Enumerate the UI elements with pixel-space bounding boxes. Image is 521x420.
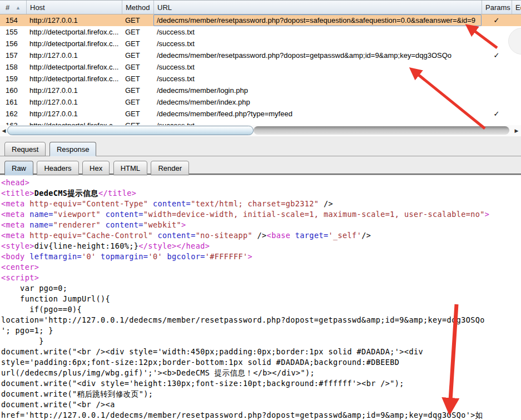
row-url-text: /success.txt — [153, 73, 482, 85]
row-method: GET — [122, 14, 153, 26]
row-url-text: /dedecms/member/index.php — [153, 96, 482, 108]
table-row[interactable]: 156http://detectportal.firefox.c...GET/s… — [0, 38, 521, 50]
row-host: http://detectportal.firefox.c... — [26, 26, 122, 38]
tab-response[interactable]: Response — [49, 142, 97, 156]
sort-ascending-icon: ▲ — [16, 5, 21, 11]
row-method: GET — [122, 50, 153, 61]
code-line: <body leftmargin='0' topmargin='0' bgcol… — [1, 252, 521, 263]
column-header-edited[interactable]: Edited — [512, 1, 521, 14]
scroll-right-arrow-icon[interactable]: ▶ — [513, 126, 520, 135]
table-row[interactable]: 155http://detectportal.firefox.c...GET/s… — [0, 26, 521, 38]
tab-html[interactable]: HTML — [113, 161, 147, 175]
message-tabs: Request Response — [0, 141, 521, 156]
row-number: 155 — [0, 26, 26, 38]
code-line: var pgo=0; — [1, 284, 521, 294]
column-header-number[interactable]: # ▲ — [0, 1, 26, 14]
tab-raw[interactable]: Raw — [4, 161, 33, 175]
row-url-text: /success.txt — [153, 61, 482, 73]
row-url-text: /dedecms/member/feed.php?type=myfeed — [153, 108, 482, 120]
table-row[interactable]: 158http://detectportal.firefox.c...GET/s… — [0, 61, 521, 73]
tab-hex[interactable]: Hex — [82, 161, 110, 175]
code-line: <script> — [1, 273, 521, 284]
row-url: /dedecms/member/feed.php?type=myfeed — [153, 108, 482, 120]
response-view-tabs: Raw Headers Hex HTML Render — [0, 160, 521, 175]
row-url: /success.txt — [153, 61, 482, 73]
row-number: 157 — [0, 50, 26, 61]
row-url: /dedecms/member/login.php — [153, 85, 482, 96]
code-line: style='padding:6px;font-size:12px;border… — [1, 358, 521, 368]
table-row[interactable]: 154http://127.0.0.1GET/dedecms/member/re… — [0, 14, 521, 26]
tab-request[interactable]: Request — [4, 142, 46, 156]
tab-render[interactable]: Render — [151, 161, 189, 175]
table-row[interactable]: 161http://127.0.0.1GET/dedecms/member/in… — [0, 96, 521, 108]
column-header-number-label: # — [6, 3, 9, 12]
row-method: GET — [122, 96, 153, 108]
row-number: 154 — [0, 14, 26, 26]
row-method: GET — [122, 108, 153, 120]
table-row[interactable]: 157http://127.0.0.1GET/dedecms/member/re… — [0, 50, 521, 61]
row-host: http://127.0.0.1 — [26, 96, 122, 108]
code-line: <style>div{line-height:160%;}</style></h… — [1, 241, 521, 252]
column-header-method[interactable]: Method — [122, 1, 153, 14]
code-line: '; pgo=1; } — [1, 326, 521, 337]
scroll-left-arrow-icon[interactable]: ◀ — [0, 126, 8, 135]
code-line: url(/dedecms/plus/img/wbg.gif)';'><b>Ded… — [1, 368, 521, 379]
column-header-host[interactable]: Host — [26, 1, 122, 14]
code-line: } — [1, 337, 521, 347]
row-params-check: ✓ — [482, 14, 512, 26]
table-rows: 154http://127.0.0.1GET/dedecms/member/re… — [0, 14, 521, 131]
row-host: http://127.0.0.1 — [26, 85, 122, 96]
row-url: /success.txt — [153, 73, 482, 85]
row-params-check: ✓ — [482, 50, 512, 61]
row-method: GET — [122, 26, 153, 38]
tab-headers[interactable]: Headers — [37, 161, 78, 175]
row-params-check: ✓ — [482, 108, 512, 120]
row-url: /dedecms/member/index.php — [153, 96, 482, 108]
table-row[interactable]: 162http://127.0.0.1GET/dedecms/member/fe… — [0, 108, 521, 120]
row-host: http://127.0.0.1 — [26, 14, 122, 26]
row-url: /success.txt — [153, 26, 482, 38]
code-line: document.write("<br /><div style='width:… — [1, 347, 521, 358]
row-host: http://detectportal.firefox.c... — [26, 38, 122, 50]
code-line: document.write("稍后跳转到修改页"); — [1, 389, 521, 400]
code-line: function JumpUrl(){ — [1, 294, 521, 305]
row-url-text: /success.txt — [153, 26, 482, 38]
row-url: /dedecms/member/resetpassword.php?dopost… — [153, 50, 482, 61]
row-host: http://127.0.0.1 — [26, 50, 122, 61]
row-method: GET — [122, 85, 153, 96]
row-url-text: /dedecms/member/resetpassword.php?dopost… — [153, 14, 482, 26]
code-line: <meta name="viewport" content="width=dev… — [1, 210, 521, 220]
row-params-check — [482, 96, 512, 108]
row-host: http://detectportal.firefox.c... — [26, 73, 122, 85]
table-row[interactable]: 159http://detectportal.firefox.c...GET/s… — [0, 73, 521, 85]
scrollbar-track[interactable] — [254, 126, 509, 135]
proxy-history-table: # ▲ Host Method URL Params Edited 154htt… — [0, 0, 521, 136]
table-row[interactable]: 160http://127.0.0.1GET/dedecms/member/lo… — [0, 85, 521, 96]
column-header-params[interactable]: Params — [482, 1, 512, 14]
row-url-text: /dedecms/member/login.php — [153, 85, 482, 96]
row-edited — [512, 14, 521, 26]
code-line: location='http://127.0.0.1/dedecms/membe… — [1, 315, 521, 326]
row-number: 159 — [0, 73, 26, 85]
code-line: <meta name="renderer" content="webkit"> — [1, 220, 521, 231]
row-edited — [512, 61, 521, 73]
row-host: http://detectportal.firefox.c... — [26, 61, 122, 73]
response-raw-panel[interactable]: 先知安全技术社区 <head><title>DedeCMS提示信息</title… — [0, 176, 521, 420]
row-edited — [512, 85, 521, 96]
row-params-check — [482, 73, 512, 85]
row-number: 161 — [0, 96, 26, 108]
response-raw-text: <head><title>DedeCMS提示信息</title><meta ht… — [0, 176, 521, 420]
row-number: 158 — [0, 61, 26, 73]
row-url-text: /success.txt — [153, 38, 482, 50]
code-line: if(pgo==0){ — [1, 305, 521, 315]
row-params-check — [482, 38, 512, 50]
row-number: 160 — [0, 85, 26, 96]
row-params-check — [482, 61, 512, 73]
row-url: /success.txt — [153, 38, 482, 50]
table-header-row: # ▲ Host Method URL Params Edited — [0, 0, 521, 14]
row-params-check — [482, 85, 512, 96]
horizontal-scrollbar[interactable]: ◀ ▶ — [0, 125, 521, 136]
scrollbar-thumb[interactable] — [7, 126, 254, 135]
code-line: <title>DedeCMS提示信息</title> — [1, 189, 521, 199]
column-header-url[interactable]: URL — [153, 1, 482, 14]
